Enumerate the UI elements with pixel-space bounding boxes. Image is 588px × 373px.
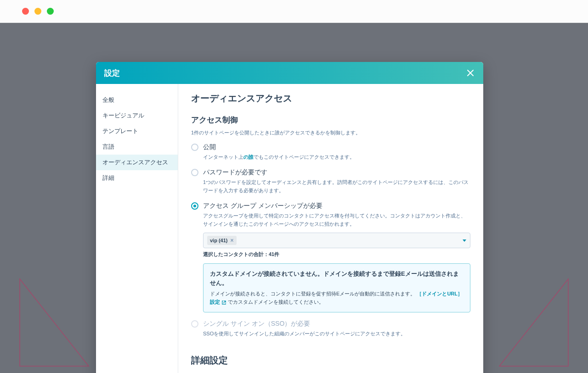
window-titlebar <box>0 0 588 23</box>
page-backdrop: 設定 全般 キービジュアル テンプレート 言語 オーディエンスアクセス 詳細 オ… <box>0 23 588 373</box>
option-public-label: 公開 <box>203 143 216 151</box>
chevron-down-icon <box>463 239 466 242</box>
option-sso-row: シングル サイン オン（SSO）が必要 <box>191 320 470 328</box>
option-group: アクセス グループ メンバーシップが必要 アクセスグループを使用して特定のコンタ… <box>191 202 470 312</box>
sidebar-item-details[interactable]: 詳細 <box>96 170 178 186</box>
access-control-sub: 1件のサイトページを公開したときに誰がアクセスできるかを制御します。 <box>191 129 470 137</box>
selected-count: 選択したコンタクトの合計：41件 <box>203 251 470 258</box>
option-public-desc: インターネット上の誰でもこのサイトページにアクセスできます。 <box>203 153 470 161</box>
settings-sidebar: 全般 キービジュアル テンプレート 言語 オーディエンスアクセス 詳細 <box>96 84 178 373</box>
access-group-select[interactable]: vip (41) × <box>203 233 470 248</box>
sidebar-item-general[interactable]: 全般 <box>96 92 178 108</box>
domain-warning-box: カスタムドメインが接続されていません。ドメインを接続するまで登録Eメールは送信さ… <box>203 263 470 312</box>
radio-icon-disabled <box>191 320 198 328</box>
settings-main: オーディエンスアクセス アクセス制御 1件のサイトページを公開したときに誰がアク… <box>178 84 483 373</box>
radio-icon <box>191 144 198 151</box>
settings-modal: 設定 全般 キービジュアル テンプレート 言語 オーディエンスアクセス 詳細 オ… <box>96 62 483 373</box>
traffic-light-minimize[interactable] <box>34 8 41 15</box>
traffic-light-zoom[interactable] <box>47 8 54 15</box>
advanced-heading: 詳細設定 <box>191 354 470 367</box>
option-password-label: パスワードが必要です <box>203 168 267 177</box>
selected-tag-chip: vip (41) × <box>207 236 237 245</box>
option-public: 公開 インターネット上の誰でもこのサイトページにアクセスできます。 <box>191 143 470 161</box>
sidebar-item-audience-access[interactable]: オーディエンスアクセス <box>96 155 178 170</box>
option-sso: シングル サイン オン（SSO）が必要 SSOを使用してサインインした組織のメン… <box>191 320 470 338</box>
close-icon <box>467 69 474 77</box>
sidebar-item-template[interactable]: テンプレート <box>96 123 178 139</box>
remove-tag-icon[interactable]: × <box>231 237 234 244</box>
option-group-label: アクセス グループ メンバーシップが必要 <box>203 202 322 210</box>
option-sso-label: シングル サイン オン（SSO）が必要 <box>203 320 310 328</box>
public-desc-link[interactable]: の誰 <box>243 154 254 160</box>
option-sso-desc: SSOを使用してサインインした組織のメンバーがこのサイトページにアクセスできます… <box>203 330 470 338</box>
traffic-light-close[interactable] <box>22 8 29 15</box>
option-group-row[interactable]: アクセス グループ メンバーシップが必要 <box>191 202 470 210</box>
radio-icon <box>191 169 198 176</box>
modal-header: 設定 <box>96 62 483 84</box>
access-control-heading: アクセス制御 <box>191 115 470 125</box>
decorative-triangle-left <box>17 277 91 368</box>
modal-title: 設定 <box>104 68 120 78</box>
page-heading: オーディエンスアクセス <box>191 92 470 105</box>
external-link-icon <box>221 300 226 305</box>
option-public-row[interactable]: 公開 <box>191 143 470 151</box>
domain-warning-title: カスタムドメインが接続されていません。ドメインを接続するまで登録Eメールは送信さ… <box>210 269 464 287</box>
option-password-row[interactable]: パスワードが必要です <box>191 168 470 177</box>
option-group-desc: アクセスグループを使用して特定のコンタクトにアクセス権を付与してください。コンタ… <box>203 212 470 228</box>
selected-tag-label: vip (41) <box>210 238 228 243</box>
modal-body: 全般 キービジュアル テンプレート 言語 オーディエンスアクセス 詳細 オーディ… <box>96 84 483 373</box>
radio-icon-selected <box>191 202 198 210</box>
domain-warning-body: ドメインが接続されると、コンタクトに登録を促す招待Eメールが自動的に送信されます… <box>210 290 464 306</box>
option-password: パスワードが必要です 1つのパスワードを設定してオーディエンスと共有します。訪問… <box>191 168 470 195</box>
sidebar-item-key-visual[interactable]: キービジュアル <box>96 108 178 123</box>
close-button[interactable] <box>466 68 475 78</box>
decorative-triangle-right <box>497 277 571 368</box>
sidebar-item-language[interactable]: 言語 <box>96 139 178 155</box>
option-password-desc: 1つのパスワードを設定してオーディエンスと共有します。訪問者がこのサイトページに… <box>203 178 470 195</box>
